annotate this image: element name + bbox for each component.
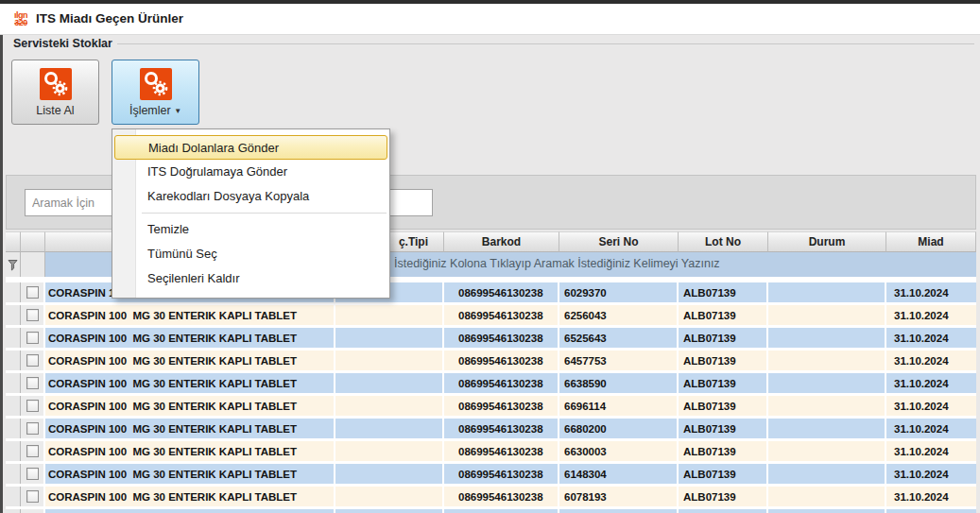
table-row[interactable]: CORASPIN 100 MG 30 ENTERIK KAPLI TABLET0… [6,328,976,348]
row-checkbox[interactable] [26,354,39,367]
ctipi-cell [335,373,444,393]
product-name-cell: CORASPIN 100 MG 30 ENTERIK KAPLI TABLET [45,464,335,484]
table-row[interactable]: CORASPIN 100 MG 30 ENTERIK KAPLI TABLET0… [6,351,976,370]
row-checkbox[interactable] [26,377,39,389]
menu-item[interactable]: Karekodları Dosyaya Kopyala [112,184,389,209]
seri-no-value: 6457753 [564,355,609,367]
menu-item[interactable]: ITS Doğrulamaya Gönder [112,160,389,184]
row-checkbox[interactable] [26,309,39,321]
miad-cell: 31.10.2024 [886,464,976,484]
groupbox-border [117,43,974,44]
seri-no-cell: 6457753 [559,351,679,370]
row-checkbox-cell [21,305,45,325]
column-header-0[interactable] [6,231,21,252]
ctipi-cell [335,351,444,370]
durum-cell [768,305,886,325]
row-checkbox[interactable] [26,422,39,435]
miad-cell: 31.10.2024 [886,305,976,325]
durum-cell [768,487,886,506]
seri-no-value: 6525643 [564,333,609,344]
app-logo-line2: 320 [8,19,34,26]
liste-al-button[interactable]: Liste Al [11,60,99,125]
column-header-1[interactable] [21,231,45,252]
menu-item[interactable]: Seçilenleri Kaldır [112,266,389,291]
miad-cell: 31.10.2024 [886,441,976,461]
row-checkbox-cell [21,441,45,461]
seri-no-cell: 6525643 [559,328,679,348]
miad-cell: 31.10.2024 [886,373,976,393]
miad-cell: 31.10.2024 [886,396,976,416]
durum-cell [768,282,886,302]
row-checkbox[interactable] [26,490,39,503]
gears-icon [40,68,72,100]
table-row[interactable]: CORASPIN 100 MG 30 ENTERIK KAPLI TABLET0… [6,396,976,416]
lot-no-cell: ALB07139 [679,441,768,461]
menu-item[interactable]: Temizle [112,217,389,242]
column-header-barkod[interactable]: Barkod [444,231,559,252]
menu-item[interactable]: Tümünü Seç [112,242,389,266]
row-indicator-cell [6,419,21,438]
column-header-seri-no[interactable]: Seri No [559,231,679,252]
seri-no-value: 6638590 [564,378,609,389]
durum-cell [768,396,886,416]
durum-cell [768,464,886,484]
column-header-lot-no[interactable]: Lot No [679,231,768,252]
row-checkbox[interactable] [26,286,39,299]
seri-no-value: 6148304 [564,469,609,480]
product-name-cell: CORASPIN 100 MG 30 ENTERIK KAPLI TABLET [45,396,335,416]
row-checkbox[interactable] [26,332,39,344]
filter-hint-text: İstediğiniz Kolona Tıklayıp Aramak İsted… [394,257,720,270]
seri-no-cell: 6630003 [559,441,679,461]
product-name-cell: CORASPIN 100 MG 30 ENTERIK KAPLI TABLET [45,305,335,325]
column-header-miad[interactable]: Miad [886,231,976,252]
barkod-cell: 08699546130238 [444,282,559,302]
lot-no-cell: ALB07139 [679,305,768,325]
ctipi-cell [335,464,444,484]
seri-no-cell: 6256043 [559,305,679,325]
lot-no-cell: ALB07139 [679,419,768,438]
grid-rows: CORASPIN 100 MG 30 ENTERIK KAPLI TABLET0… [6,277,976,513]
filter-funnel-icon[interactable] [8,259,18,271]
table-row[interactable]: CORASPIN 100 MG 30 ENTERIK KAPLI TABLET0… [6,487,976,506]
row-checkbox-cell [21,464,45,484]
durum-cell [768,351,886,370]
table-row[interactable]: CORASPIN 100 MG 30 ENTERIK KAPLI TABLET0… [6,419,976,438]
row-checkbox[interactable] [26,445,39,457]
row-checkbox-cell [21,328,45,348]
menu-separator [142,213,387,214]
product-name-cell: CORASPIN 100 MG 30 ENTERIK KAPLI TABLET [45,373,335,393]
ctipi-cell [335,305,444,325]
row-checkbox[interactable] [26,400,39,412]
menu-item[interactable]: Miadı Dolanlara Gönder [114,135,387,160]
islemler-label: İşlemler ▼ [112,104,198,117]
miad-cell: 31.10.2024 [886,328,976,348]
seri-no-cell [559,509,679,513]
barkod-cell: 08699546130238 [444,419,559,438]
lot-no-cell: ALB07139 [679,487,768,506]
table-row[interactable]: CORASPIN 100 MG 30 ENTERIK KAPLI TABLET0… [6,441,976,461]
row-checkbox[interactable] [26,468,39,480]
row-indicator-cell [6,328,21,348]
row-checkbox-cell [21,419,45,438]
row-indicator-cell [6,441,21,461]
seri-no-cell: 6148304 [559,464,679,484]
barkod-cell: 08699546130238 [444,487,559,506]
table-row[interactable]: CORASPIN 100 MG 30 ENTERIK KAPLI TABLET0… [6,305,976,325]
column-header-durum[interactable]: Durum [768,231,886,252]
dropdown-arrow-icon: ▼ [174,107,181,115]
row-checkbox-cell [21,351,45,370]
table-row[interactable]: CORASPIN 100 MG 30 ENTERIK KAPLI TABLET0… [6,373,976,393]
table-row[interactable]: CORASPIN 100 MG 30 ENTERIK KAPLI TABLET0… [6,464,976,484]
miad-cell: 31.10.2024 [886,351,976,370]
seri-no-cell: 6078193 [559,487,679,506]
table-row[interactable] [6,509,976,513]
app-window: { "window": { "title": "ITS Miadı Geçen … [0,0,980,513]
barkod-cell: 08699546130238 [444,328,559,348]
seri-no-value: 6696114 [564,401,609,412]
islemler-button[interactable]: İşlemler ▼ [112,60,199,125]
seri-no-cell: 6638590 [559,373,679,393]
window-left-edge [0,35,3,513]
seri-no-value: 6029370 [564,287,609,299]
ctipi-cell [335,396,444,416]
seri-no-value: 6078193 [564,491,609,503]
